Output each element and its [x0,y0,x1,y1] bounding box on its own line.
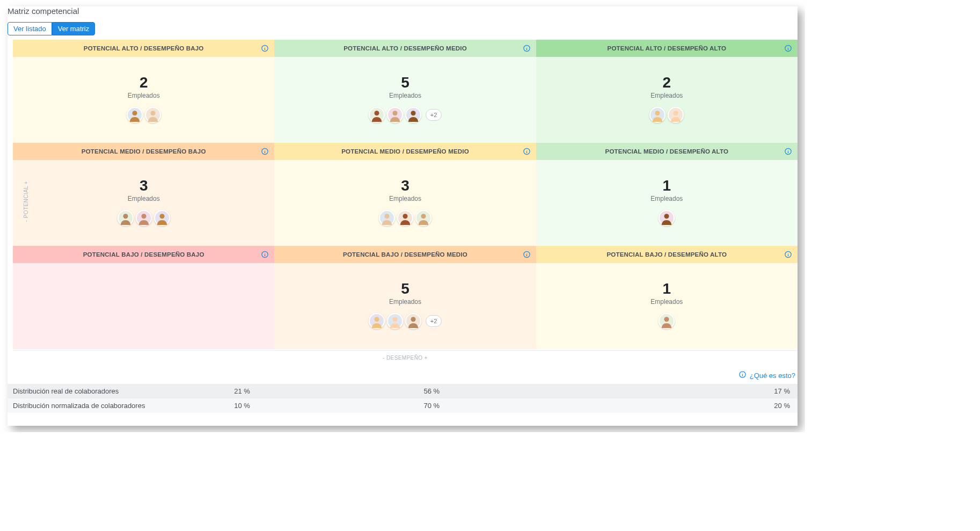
svg-point-31 [159,214,164,219]
svg-point-43 [788,150,788,150]
svg-point-40 [421,214,426,219]
info-icon[interactable] [784,251,792,259]
distribution-value: 20 % [608,398,798,413]
matrix-cell[interactable]: POTENCIAL ALTO / DESEMPEÑO BAJO2Empleado… [13,40,274,143]
svg-point-57 [411,317,415,322]
matrix-cell[interactable]: POTENCIAL MEDIO / DESEMPEÑO ALTO1Emplead… [536,143,798,246]
avatar[interactable] [405,107,421,123]
more-avatars-badge[interactable]: +2 [426,315,442,327]
cell-header: POTENCIAL BAJO / DESEMPEÑO MEDIO [274,246,536,263]
cell-body: 1Empleados [536,160,798,246]
info-icon[interactable] [523,45,531,53]
distribution-value: 21 % [229,384,418,398]
cell-header-text: POTENCIAL MEDIO / DESEMPEÑO ALTO [605,148,729,155]
svg-point-4 [132,111,137,116]
avatar-row: +2 [369,107,442,123]
avatar[interactable] [118,210,134,226]
distribution-row: Distribución real de colaboradores21 %56… [8,384,798,398]
cell-header: POTENCIAL MEDIO / DESEMPEÑO ALTO [536,143,798,160]
matrix-cell[interactable]: POTENCIAL MEDIO / DESEMPEÑO MEDIO3Emplea… [274,143,536,246]
matrix-cell[interactable]: POTENCIAL ALTO / DESEMPEÑO MEDIO5Emplead… [274,40,536,143]
info-icon [738,370,747,380]
info-icon[interactable] [784,148,792,156]
cell-body: 2Empleados [13,57,274,143]
cell-header: POTENCIAL MEDIO / DESEMPEÑO MEDIO [274,143,536,160]
avatar[interactable] [127,107,143,123]
page-title: Matriz competencial [8,6,798,16]
matrix-cell[interactable]: POTENCIAL BAJO / DESEMPEÑO ALTO1Empleado… [536,246,798,349]
svg-point-18 [788,47,788,47]
matrix-cell[interactable]: POTENCIAL BAJO / DESEMPEÑO MEDIO5Emplead… [274,246,536,349]
svg-point-36 [384,214,389,219]
svg-point-38 [403,214,407,219]
svg-point-48 [265,253,265,253]
view-matrix-button[interactable]: Ver matriz [52,22,96,35]
nine-box-matrix: POTENCIAL ALTO / DESEMPEÑO BAJO2Empleado… [13,40,798,349]
avatar[interactable] [145,107,161,123]
avatar[interactable] [387,107,403,123]
svg-point-53 [374,317,379,322]
info-icon[interactable] [261,45,269,53]
info-icon[interactable] [523,148,531,156]
avatar[interactable] [369,313,385,329]
svg-point-6 [150,111,155,116]
cell-header-text: POTENCIAL MEDIO / DESEMPEÑO MEDIO [341,148,469,155]
view-list-button[interactable]: Ver listado [8,22,52,35]
employee-count: 2 [140,75,148,91]
cell-header-text: POTENCIAL BAJO / DESEMPEÑO BAJO [83,251,204,258]
avatar-row [127,107,161,123]
avatar[interactable] [154,210,170,226]
cell-header-text: POTENCIAL ALTO / DESEMPEÑO BAJO [84,45,204,52]
employee-count-label: Empleados [128,92,160,99]
employee-count: 3 [401,178,409,194]
avatar[interactable] [659,210,675,226]
avatar[interactable] [387,313,403,329]
cell-body: 3Empleados [274,160,536,246]
x-axis-label: - DESEMPEÑO + [13,350,798,363]
distribution-row: Distribución normalizada de colaboradore… [8,398,798,413]
cell-body: 3Empleados [13,160,274,246]
cell-header: POTENCIAL BAJO / DESEMPEÑO BAJO [13,246,274,263]
employee-count-label: Empleados [650,298,683,305]
employee-count-label: Empleados [389,298,421,305]
more-avatars-badge[interactable]: +2 [426,109,442,121]
avatar[interactable] [405,313,421,329]
employee-count: 5 [401,75,409,91]
avatar[interactable] [397,210,413,226]
cell-header: POTENCIAL BAJO / DESEMPEÑO ALTO [536,246,798,263]
avatar[interactable] [659,313,675,329]
avatar[interactable] [136,210,152,226]
avatar[interactable] [369,107,385,123]
employee-count-label: Empleados [650,92,683,99]
avatar[interactable] [649,107,665,123]
cell-header: POTENCIAL ALTO / DESEMPEÑO ALTO [536,40,798,57]
info-icon[interactable] [523,251,531,259]
distribution-label: Distribución real de colaboradores [8,384,229,398]
info-icon[interactable] [784,45,792,53]
info-icon[interactable] [261,148,269,156]
distribution-value: 10 % [229,398,418,413]
cell-header-text: POTENCIAL ALTO / DESEMPEÑO MEDIO [343,45,467,52]
avatar-row [379,210,432,226]
avatar[interactable] [379,210,395,226]
avatar[interactable] [668,107,684,123]
employee-count-label: Empleados [650,195,683,202]
svg-point-65 [742,373,743,373]
matrix-cell[interactable]: POTENCIAL BAJO / DESEMPEÑO BAJO [13,246,274,349]
distribution-table: Distribución real de colaboradores21 %56… [8,384,798,413]
cell-body: 1Empleados [536,263,798,349]
svg-point-25 [265,150,265,150]
help-link[interactable]: ¿Qué es esto? [738,370,795,380]
distribution-label: Distribución normalizada de colaboradore… [8,398,229,413]
avatar[interactable] [415,210,432,226]
svg-point-20 [655,111,660,116]
avatar-row: +2 [369,313,442,329]
y-axis-label: - POTENCIAL + [23,181,29,222]
employee-count-label: Empleados [389,195,421,202]
matrix-cell[interactable]: POTENCIAL ALTO / DESEMPEÑO ALTO2Empleado… [536,40,798,143]
avatar-row [118,210,170,226]
info-icon[interactable] [261,251,269,259]
cell-body: 2Empleados [536,57,798,143]
employee-count: 3 [140,178,148,194]
matrix-cell[interactable]: POTENCIAL MEDIO / DESEMPEÑO BAJO3Emplead… [13,143,274,246]
